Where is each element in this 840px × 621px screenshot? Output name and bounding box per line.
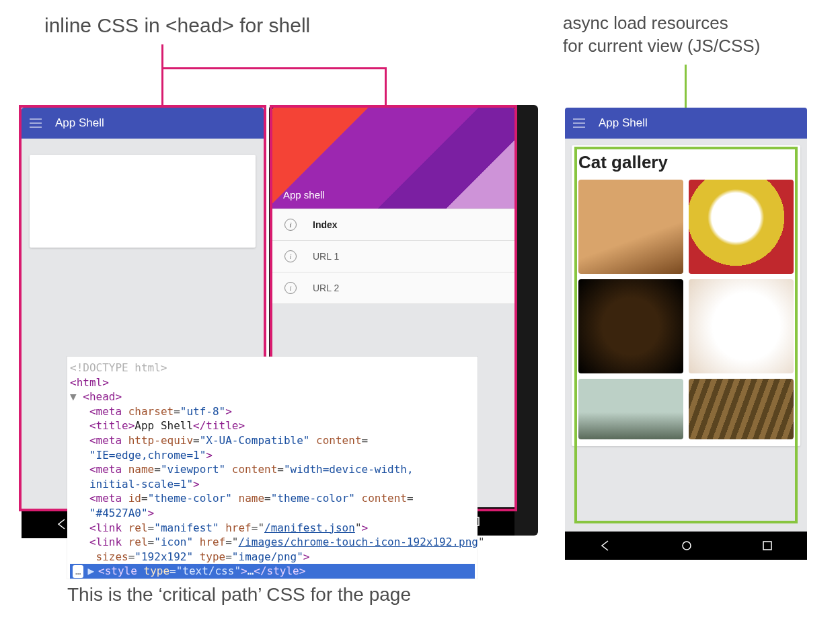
- code-val: "#4527A0": [89, 507, 148, 519]
- drawer-item-label: URL 2: [313, 283, 339, 293]
- gallery-image[interactable]: [689, 379, 794, 439]
- svg-point-4: [683, 542, 691, 550]
- code-attr: content: [309, 434, 361, 447]
- nav-recent-icon[interactable]: [762, 540, 773, 551]
- expand-arrow-icon[interactable]: ▶: [87, 564, 94, 579]
- code-tag: <style: [98, 564, 137, 577]
- code-val: initial-scale=1": [89, 478, 193, 490]
- drawer-hero-label: App shell: [283, 189, 325, 200]
- app-title: App Shell: [55, 116, 104, 130]
- android-navbar: [565, 532, 807, 560]
- drawer-item-label: URL 1: [313, 251, 339, 262]
- code-val: "width=device-width,: [284, 463, 414, 476]
- code-attr: type: [137, 564, 169, 577]
- code-val: "IE=edge,chrome=1": [89, 449, 206, 462]
- hamburger-icon[interactable]: [30, 118, 42, 128]
- empty-content-card: [30, 155, 256, 248]
- code-val: "192x192": [135, 550, 193, 563]
- code-attr: id: [122, 492, 141, 505]
- gallery-image[interactable]: [689, 180, 794, 274]
- code-tag: <meta: [89, 492, 122, 505]
- info-icon: i: [284, 219, 297, 231]
- code-val: "text/css": [176, 564, 241, 577]
- code-link[interactable]: /images/chrome-touch-icon-192x192.png: [238, 536, 478, 548]
- code-val: "viewport": [161, 463, 225, 476]
- expand-arrow-icon[interactable]: ▼: [70, 390, 83, 403]
- code-tag: </title>: [193, 419, 245, 432]
- code-tag: <meta: [89, 405, 122, 418]
- code-val: "utf-8": [180, 405, 225, 418]
- connector-inline-v-left: [161, 67, 163, 109]
- info-icon: i: [284, 282, 297, 294]
- hamburger-icon[interactable]: [573, 118, 585, 128]
- code-link[interactable]: /manifest.json: [264, 521, 355, 534]
- nav-home-icon[interactable]: [681, 540, 693, 552]
- code-attr: rel: [122, 536, 148, 548]
- code-eq: =: [174, 405, 180, 418]
- code-tag: >: [193, 478, 200, 490]
- drawer-list: i Index i URL 1 i URL 2: [272, 209, 514, 304]
- label-critical-path: This is the ‘critical path’ CSS for the …: [67, 583, 411, 607]
- code-tag: <link: [89, 536, 122, 548]
- label-async-line2: for current view (JS/CSS): [563, 36, 760, 56]
- code-attr: type: [193, 550, 225, 563]
- code-val: "X-UA-Compatible": [200, 434, 310, 447]
- code-val: "theme-color": [271, 492, 355, 505]
- code-html-open: <html>: [70, 376, 109, 389]
- drawer-item-label: Index: [313, 219, 338, 230]
- drawer-hero: App shell: [272, 108, 514, 209]
- code-tag: <meta: [89, 434, 122, 447]
- code-tag: >: [225, 405, 232, 418]
- code-attr: href: [219, 521, 252, 534]
- code-attr: charset: [122, 405, 174, 418]
- gallery-card: Cat gallery: [572, 145, 800, 446]
- label-inline-css: inline CSS in <head> for shell: [44, 12, 310, 38]
- code-attr: name: [232, 492, 264, 505]
- code-tag: >: [303, 550, 310, 563]
- connector-inline-h: [161, 67, 387, 69]
- label-async-load: async load resources for current view (J…: [563, 12, 760, 58]
- devtools-code-panel: <!DOCTYPE html> <html> ▼ <head> <meta ch…: [67, 357, 478, 579]
- nav-back-icon[interactable]: [56, 518, 68, 530]
- code-attr: content: [225, 463, 277, 476]
- code-attr: sizes: [89, 550, 128, 563]
- connector-inline-v: [161, 44, 163, 69]
- label-async-line1: async load resources: [563, 13, 728, 33]
- code-attr: rel: [122, 521, 148, 534]
- app-title: App Shell: [599, 116, 648, 130]
- app-topbar: App Shell: [565, 108, 807, 139]
- gallery-image[interactable]: [578, 379, 683, 439]
- code-tag: <link: [89, 521, 122, 534]
- phone-content-loaded: App Shell Cat gallery: [565, 108, 807, 560]
- svg-rect-5: [763, 542, 771, 550]
- gallery-image[interactable]: [578, 180, 683, 274]
- gallery-grid: [578, 180, 794, 439]
- drawer-item-url1[interactable]: i URL 1: [272, 241, 514, 272]
- info-icon: i: [284, 250, 297, 262]
- code-val: "image/png": [232, 550, 303, 563]
- code-attr: href: [193, 536, 225, 548]
- gallery-image[interactable]: [689, 279, 794, 373]
- code-highlighted-style-line[interactable]: … ▶ <style type="text/css">…</style>: [70, 564, 475, 579]
- gallery-title: Cat gallery: [578, 152, 794, 173]
- nav-back-icon[interactable]: [599, 540, 611, 552]
- code-doctype: <!DOCTYPE html>: [70, 361, 167, 374]
- code-tag: <meta: [89, 463, 122, 476]
- code-tag: >: [362, 521, 369, 534]
- code-collapsed-icon: …: [247, 564, 254, 577]
- code-val: "manifest": [154, 521, 219, 534]
- code-val: "theme-color": [148, 492, 232, 505]
- code-tag: >: [148, 507, 155, 519]
- gallery-image[interactable]: [578, 279, 683, 373]
- code-attr: http-equiv: [122, 434, 193, 447]
- ellipsis-icon: …: [73, 565, 83, 578]
- drawer-item-url2[interactable]: i URL 2: [272, 272, 514, 304]
- code-tag: >: [241, 564, 247, 577]
- drawer-item-index[interactable]: i Index: [272, 209, 514, 241]
- code-tag: >: [206, 449, 213, 462]
- connector-inline-v-right: [385, 67, 387, 109]
- app-topbar: App Shell: [22, 108, 264, 139]
- code-tag: <title>: [89, 419, 135, 432]
- code-attr: content: [355, 492, 407, 505]
- code-text: App Shell: [135, 419, 193, 432]
